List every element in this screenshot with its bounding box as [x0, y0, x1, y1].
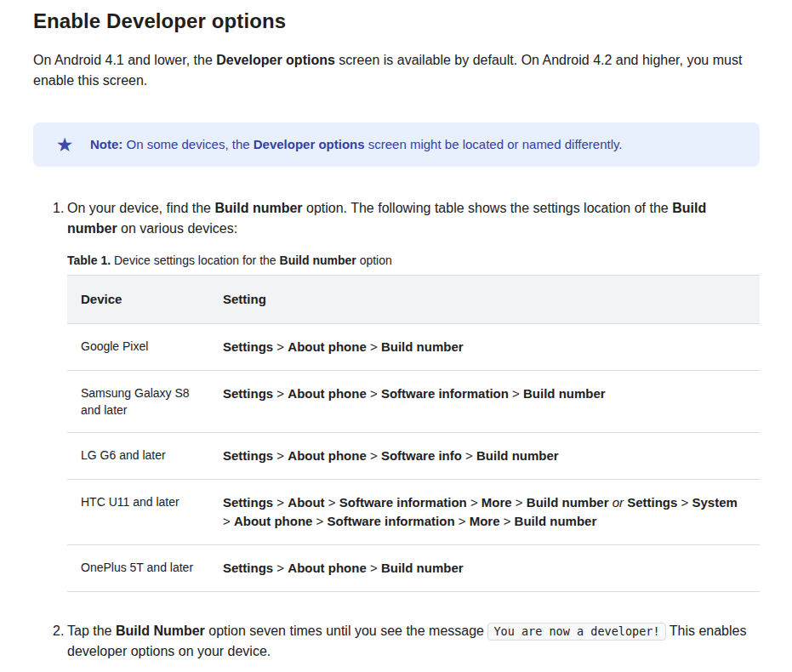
table-header-row: Device Setting — [67, 276, 760, 324]
setting-cell: Settings > About phone > Build number — [209, 545, 760, 592]
list-item-text: On your device, find the Build number op… — [67, 198, 760, 239]
table-row: OnePlus 5T and laterSettings > About pho… — [67, 545, 760, 592]
device-settings-table: Device Setting Google PixelSettings > Ab… — [67, 275, 760, 592]
column-header-setting: Setting — [209, 276, 760, 324]
ordered-list: 1. On your device, find the Build number… — [33, 198, 760, 672]
table-row: HTC U11 and laterSettings > About > Soft… — [67, 480, 760, 545]
star-icon: ★ — [55, 135, 74, 155]
table-row: LG G6 and laterSettings > About phone > … — [67, 433, 760, 480]
intro-paragraph: On Android 4.1 and lower, the Developer … — [33, 50, 760, 91]
note-callout: ★ Note: On some devices, the Developer o… — [33, 122, 760, 167]
device-cell: Google Pixel — [67, 324, 209, 371]
device-cell: OnePlus 5T and later — [67, 545, 209, 592]
device-cell: LG G6 and later — [67, 433, 209, 480]
table-caption: Table 1. Device settings location for th… — [67, 253, 760, 268]
setting-cell: Settings > About phone > Software info >… — [209, 433, 760, 480]
setting-cell: Settings > About phone > Build number — [209, 324, 760, 371]
setting-cell: Settings > About phone > Software inform… — [209, 371, 760, 433]
list-item-text: Tap the Build Number option seven times … — [67, 621, 760, 662]
note-text: Note: On some devices, the Developer opt… — [90, 134, 623, 155]
table-row: Samsung Galaxy S8 and laterSettings > Ab… — [67, 371, 760, 433]
list-item: 2. Tap the Build Number option seven tim… — [33, 621, 760, 662]
setting-cell: Settings > About > Software information … — [209, 480, 760, 545]
device-cell: HTC U11 and later — [67, 480, 209, 545]
page-title: Enable Developer options — [33, 9, 760, 34]
device-cell: Samsung Galaxy S8 and later — [67, 371, 209, 433]
list-item-marker: 1. — [53, 198, 67, 592]
list-item: 1. On your device, find the Build number… — [33, 198, 760, 592]
table-row: Google PixelSettings > About phone > Bui… — [67, 324, 760, 371]
column-header-device: Device — [67, 276, 209, 324]
list-item-marker: 2. — [53, 621, 67, 662]
